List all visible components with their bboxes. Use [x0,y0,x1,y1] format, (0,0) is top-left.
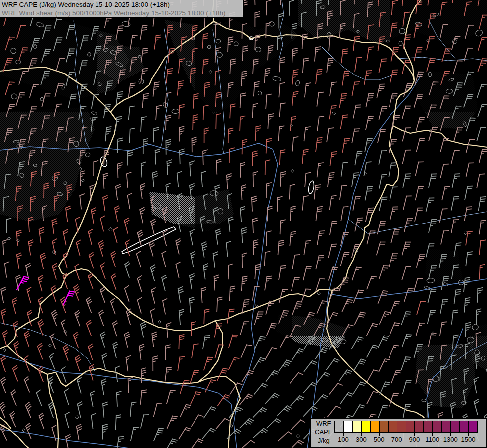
title-box: WRF CAPE (J/kg) Wednesday 15-10-2025 18:… [0,0,244,18]
cape-colorbar-cell [414,421,424,433]
cape-colorbar-cell [361,421,371,433]
cape-colorbar-cell [388,421,397,433]
cape-colorbar-cell [379,421,389,433]
legend-label-model: WRF [315,419,332,428]
cape-colorbar-cell [334,421,344,433]
cape-colorbar-cell [406,421,415,433]
cape-colorbar-cell [423,421,433,433]
cape-colorbar-cell [450,421,460,433]
cape-colorbar-cell [468,421,478,433]
cape-colorbar-cell [397,421,406,433]
cape-colorbar-cell [441,421,451,433]
legend-label: WRF CAPE J/kg [315,419,332,445]
cape-colorbar-cell [343,421,353,433]
cape-colorbar-cell [352,421,362,433]
title-wind-shear: WRF Wind shear (m/s) 500/1000hPa Wednesd… [2,9,243,17]
title-cape: WRF CAPE (J/kg) Wednesday 15-10-2025 18:… [2,0,243,9]
legend-label-units: J/kg [315,436,332,445]
weather-map [0,0,487,448]
cape-colorbar-cell [370,421,380,433]
cape-colorbar-cell [459,421,469,433]
wrf-map-screen: WRF CAPE (J/kg) Wednesday 15-10-2025 18:… [0,0,487,448]
cape-colorbar [334,421,477,433]
cape-colorbar-cell [432,421,442,433]
legend-label-variable: CAPE [315,428,332,436]
cape-colorbar-tick-label: 1500 [457,436,479,443]
cape-legend: WRF CAPE J/kg 10030050070090011001300150… [310,418,487,448]
